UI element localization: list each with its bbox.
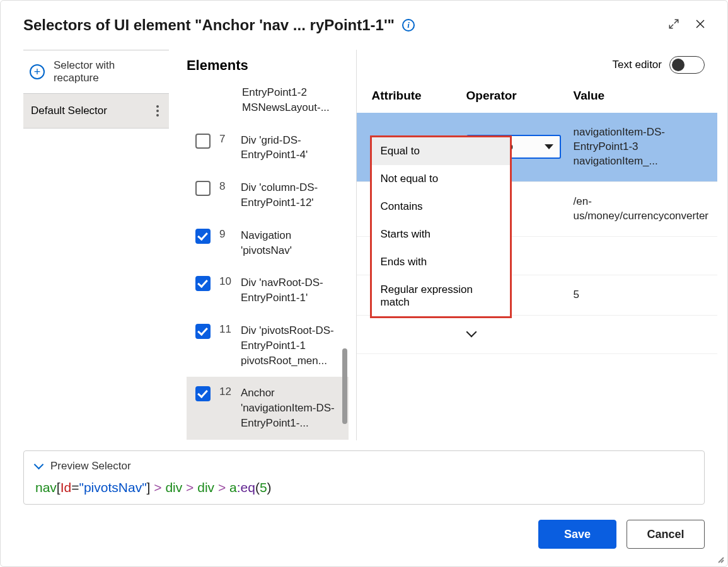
element-label: Anchor 'navigationItem-DS-EntryPoint1-..… bbox=[241, 386, 342, 430]
element-checkbox[interactable] bbox=[195, 181, 211, 196]
selector-preview-code: nav[Id="pivotsNav"] > div > div > a:eq(5… bbox=[35, 480, 693, 495]
text-editor-label: Text editor bbox=[613, 59, 662, 71]
element-index: 11 bbox=[219, 323, 232, 336]
attribute-headers: Attribute Operator Value bbox=[357, 83, 717, 113]
attribute-row bbox=[357, 316, 717, 354]
element-row[interactable]: 10Div 'navRoot-DS-EntryPoint1-1' bbox=[187, 266, 349, 314]
element-index: 10 bbox=[219, 275, 232, 288]
element-label: Div 'grid-DS-EntryPoint1-4' bbox=[241, 133, 342, 163]
info-icon[interactable]: i bbox=[402, 19, 415, 32]
operator-option[interactable]: Equal to bbox=[372, 137, 510, 165]
attribute-value: 5 bbox=[574, 288, 717, 302]
attributes-panel: Text editor Attribute Operator Value Cla… bbox=[356, 50, 717, 440]
col-attribute: Attribute bbox=[372, 89, 466, 103]
element-row[interactable]: 11Div 'pivotsRoot-DS-EntryPoint1-1 pivot… bbox=[187, 314, 349, 377]
selector-item-label: Default Selector bbox=[31, 105, 107, 117]
elements-list[interactable]: EntryPoint1-2 MSNewsLayout-...7Div 'grid… bbox=[187, 84, 349, 440]
element-label: Div 'column-DS-EntryPoint1-12' bbox=[241, 180, 342, 210]
element-index: 9 bbox=[219, 228, 232, 241]
element-checkbox[interactable] bbox=[195, 276, 211, 291]
selectors-dialog: Selectors of UI element "Anchor 'nav ...… bbox=[0, 0, 728, 567]
cancel-button[interactable]: Cancel bbox=[627, 520, 705, 549]
selector-item[interactable]: Default Selector bbox=[23, 94, 169, 129]
save-button[interactable]: Save bbox=[538, 520, 616, 549]
element-label: Navigation 'pivotsNav' bbox=[241, 228, 342, 258]
element-row[interactable]: 9Navigation 'pivotsNav' bbox=[187, 219, 349, 267]
element-row[interactable]: 8Div 'column-DS-EntryPoint1-12' bbox=[187, 171, 349, 219]
preview-toggle[interactable]: Preview Selector bbox=[35, 460, 693, 472]
preview-heading: Preview Selector bbox=[50, 460, 131, 472]
text-editor-toggle[interactable] bbox=[669, 56, 705, 74]
operator-option[interactable]: Contains bbox=[372, 193, 510, 220]
elements-heading: Elements bbox=[187, 50, 349, 84]
recapture-label: Selector with recapture bbox=[54, 59, 163, 84]
expand-icon[interactable] bbox=[664, 14, 683, 36]
element-row[interactable]: 7Div 'grid-DS-EntryPoint1-4' bbox=[187, 124, 349, 172]
plus-icon: + bbox=[30, 64, 45, 79]
attribute-value: /en-us/money/currencyconverter bbox=[574, 195, 717, 224]
titlebar: Selectors of UI element "Anchor 'nav ...… bbox=[1, 1, 727, 50]
element-checkbox[interactable] bbox=[195, 134, 211, 149]
attribute-value: navigationItem-DS-EntryPoint1-3 navigati… bbox=[574, 125, 717, 169]
element-row[interactable]: 12Anchor 'navigationItem-DS-EntryPoint1-… bbox=[187, 377, 349, 439]
elements-panel: Elements EntryPoint1-2 MSNewsLayout-...7… bbox=[187, 50, 349, 440]
element-index: 12 bbox=[219, 386, 232, 398]
chevron-down-icon bbox=[35, 462, 43, 470]
resize-handle[interactable] bbox=[715, 554, 725, 564]
element-label: Div 'navRoot-DS-EntryPoint1-1' bbox=[241, 275, 342, 306]
close-icon[interactable] bbox=[691, 14, 710, 36]
selector-with-recapture-button[interactable]: + Selector with recapture bbox=[23, 50, 169, 94]
col-operator: Operator bbox=[466, 89, 574, 103]
chevron-down-icon bbox=[545, 144, 553, 149]
dialog-title: Selectors of UI element "Anchor 'nav ...… bbox=[23, 16, 395, 34]
col-value: Value bbox=[574, 89, 717, 103]
element-label: EntryPoint1-2 MSNewsLayout-... bbox=[242, 85, 342, 115]
element-label: Div 'pivotsRoot-DS-EntryPoint1-1 pivotsR… bbox=[241, 323, 342, 368]
scrollbar-thumb[interactable] bbox=[342, 348, 347, 424]
operator-option[interactable]: Regular expression match bbox=[372, 276, 510, 316]
element-row[interactable]: EntryPoint1-2 MSNewsLayout-... bbox=[187, 84, 349, 124]
selectors-sidebar: + Selector with recapture Default Select… bbox=[23, 50, 169, 440]
preview-selector-panel: Preview Selector nav[Id="pivotsNav"] > d… bbox=[23, 450, 705, 505]
more-icon[interactable] bbox=[154, 103, 161, 119]
operator-option[interactable]: Ends with bbox=[372, 248, 510, 276]
operator-option[interactable]: Not equal to bbox=[372, 165, 510, 193]
element-checkbox[interactable] bbox=[195, 324, 211, 339]
chevron-down-icon[interactable] bbox=[466, 329, 475, 338]
element-index: 8 bbox=[219, 180, 232, 193]
dialog-footer: Save Cancel bbox=[1, 505, 727, 566]
operator-option[interactable]: Starts with bbox=[372, 220, 510, 248]
operator-dropdown[interactable]: Equal toNot equal toContainsStarts withE… bbox=[370, 135, 512, 318]
element-index: 7 bbox=[219, 133, 232, 146]
element-checkbox[interactable] bbox=[195, 229, 211, 244]
element-checkbox[interactable] bbox=[195, 386, 211, 401]
